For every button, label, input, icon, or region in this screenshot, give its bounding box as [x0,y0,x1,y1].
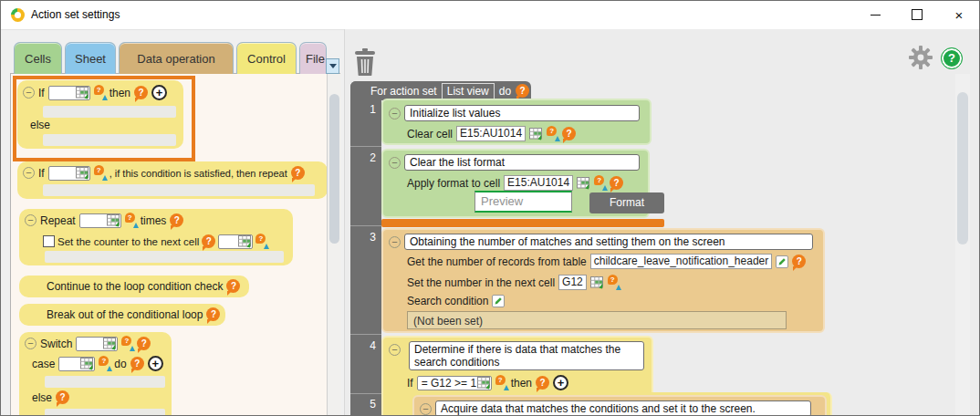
cell-range-value[interactable]: E15:AU1014 [456,126,526,141]
default-drop-slot[interactable] [45,409,165,416]
formula-helper-icon[interactable]: ? [94,85,106,100]
if-condition-input[interactable]: = G12 >= 1 [417,376,492,390]
collapse-icon[interactable]: − [23,167,35,179]
collapse-icon[interactable]: − [23,87,35,99]
cell-picker-icon[interactable] [76,167,89,180]
cell-picker-icon[interactable] [577,177,590,190]
tab-file[interactable]: File [299,42,327,74]
collapse-icon[interactable]: − [389,236,401,248]
step-4-title[interactable]: Determine if there is data that matches … [409,341,644,370]
formula-helper-icon[interactable]: ? [125,213,137,228]
action-set-target[interactable]: List view [442,83,495,99]
repeat-drop-slot[interactable] [45,251,284,263]
add-branch-icon[interactable]: + [553,375,568,390]
tab-overflow-dropdown[interactable] [326,58,339,74]
step-2-title[interactable]: Clear the list format [404,154,640,171]
help-icon[interactable]: ? [941,47,963,69]
right-scrollbar-thumb[interactable] [957,92,968,244]
help-bubble-icon[interactable]: ? [516,84,529,98]
collapse-icon[interactable]: − [25,214,36,226]
formula-helper-icon[interactable]: ? [594,175,606,191]
tab-control[interactable]: Control [236,42,297,74]
palette-while-block[interactable]: − If ? , if this condition is satisfied,… [17,161,328,199]
add-case-icon[interactable]: + [148,356,163,371]
step-3-block[interactable]: − Obtaining the number of matches and se… [381,228,825,333]
help-bubble-icon[interactable]: ? [792,255,806,268]
help-bubble-icon[interactable]: ? [206,307,220,321]
maximize-button[interactable] [902,1,933,28]
formula-helper-icon[interactable]: ? [99,356,110,371]
format-button[interactable]: Format [589,192,664,213]
tab-cells[interactable]: Cells [14,42,62,74]
cell-picker-icon[interactable] [76,87,89,99]
cell-picker-icon[interactable] [238,235,252,248]
condition-input[interactable] [48,86,90,100]
help-bubble-icon[interactable]: ? [170,213,183,227]
edit-search-condition-icon[interactable] [492,295,505,307]
formula-helper-icon[interactable]: ? [121,336,133,351]
formula-helper-icon[interactable]: ? [94,165,106,181]
cell-picker-icon[interactable] [80,358,94,370]
formula-helper-icon[interactable]: ? [547,126,558,141]
trash-icon[interactable] [353,48,377,76]
switch-input[interactable] [76,337,118,351]
formula-helper-icon[interactable]: ? [495,375,507,390]
palette-if-block[interactable]: − If ? then ? + else [17,80,183,149]
then-drop-slot[interactable] [43,106,176,118]
minimize-button[interactable] [860,1,891,28]
collapse-icon[interactable]: − [389,108,401,120]
help-bubble-icon[interactable]: ? [291,166,305,180]
tab-sheet[interactable]: Sheet [65,42,116,74]
step-4-block[interactable]: − Determine if there is data that matche… [381,336,653,392]
loop-drop-slot[interactable] [43,184,315,196]
help-bubble-icon[interactable]: ? [130,357,144,370]
format-preview-box[interactable]: Preview [474,191,572,213]
times-input[interactable] [79,213,121,228]
cell-picker-icon[interactable] [103,338,117,350]
cell-picker-icon[interactable] [590,276,604,289]
step-1-title[interactable]: Initialize list values [404,105,640,121]
condition-input[interactable] [48,166,90,181]
formula-helper-icon[interactable]: ? [608,275,620,290]
help-bubble-icon[interactable]: ? [226,279,240,293]
close-button[interactable]: × [944,1,975,28]
edit-table-icon[interactable] [776,255,788,268]
cell-value[interactable]: G12 [558,275,587,290]
collapse-icon[interactable]: − [389,157,401,169]
cell-picker-icon[interactable] [107,214,120,227]
cell-picker-icon[interactable] [529,128,543,140]
case-input[interactable] [58,357,95,371]
right-panel-scrollbar[interactable] [955,74,970,416]
collapse-icon[interactable]: − [389,344,401,356]
step-1-block[interactable]: − Initialize list values Clear cell E15:… [381,99,652,145]
add-branch-icon[interactable]: + [151,85,167,100]
tab-data-operation[interactable]: Data operation [119,42,234,74]
step-5-block[interactable]: − Acquire data that matches the conditio… [412,395,827,416]
help-bubble-icon[interactable]: ? [610,176,623,190]
palette-continue-block[interactable]: Continue to the loop condition check ? [19,276,249,297]
table-name-value[interactable]: childcare_leave_notification_header [590,254,772,269]
collapse-icon[interactable]: − [420,403,432,415]
palette-repeat-block[interactable]: − Repeat ? times ? Set the counter to th… [19,209,293,265]
settings-gear-icon[interactable] [909,46,933,69]
step-3-title[interactable]: Obtaining the number of matches and sett… [404,234,813,250]
step-2-block[interactable]: − Clear the list format Apply format to … [381,149,650,218]
help-bubble-icon[interactable]: ? [137,337,151,350]
help-bubble-icon[interactable]: ? [202,234,215,248]
left-panel-scrollbar[interactable] [327,74,341,416]
collapse-icon[interactable]: − [25,338,36,349]
counter-checkbox[interactable] [43,235,55,247]
help-bubble-icon[interactable]: ? [536,376,549,390]
palette-switch-block[interactable]: − Switch ? ? case ? do ? + else ? [19,332,172,416]
cell-picker-icon[interactable] [477,377,491,390]
help-bubble-icon[interactable]: ? [134,86,148,99]
help-bubble-icon[interactable]: ? [56,390,69,404]
left-scrollbar-thumb[interactable] [329,94,339,244]
palette-break-block[interactable]: Break out of the conditional loop ? [19,304,225,326]
step-5-title[interactable]: Acquire data that matches the conditions… [435,400,811,416]
case-drop-slot[interactable] [45,376,165,388]
help-bubble-icon[interactable]: ? [562,127,576,140]
else-drop-slot[interactable] [43,134,176,146]
counter-cell-input[interactable] [218,234,253,249]
cell-range-value[interactable]: E15:AU1014 [504,175,573,191]
